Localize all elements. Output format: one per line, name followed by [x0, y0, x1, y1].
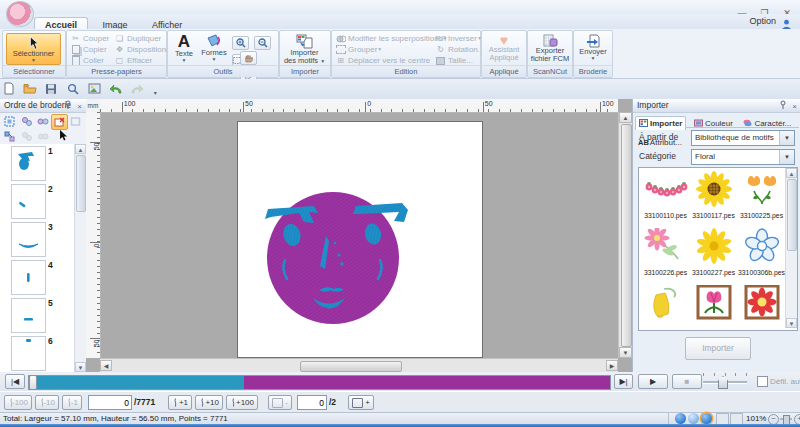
- optimize-order-icon[interactable]: [2, 129, 17, 143]
- new-file-icon[interactable]: [1, 81, 16, 96]
- motif-thumbnail[interactable]: 33100227.pes: [690, 228, 737, 276]
- nostril-dot: [337, 253, 340, 256]
- stitch-plus-10-button[interactable]: +10: [195, 395, 223, 410]
- order-item[interactable]: 5: [0, 296, 74, 334]
- undo-icon[interactable]: [108, 81, 123, 96]
- auto-scroll-checkbox[interactable]: [757, 376, 768, 387]
- stitch-minus-100-button[interactable]: -100: [4, 395, 32, 410]
- shapes-tool-button[interactable]: Formes▼: [199, 32, 229, 65]
- from-select[interactable]: Bibliothèque de motifs▼: [691, 130, 795, 146]
- motif-thumbnail[interactable]: [690, 285, 737, 326]
- flip-button[interactable]: RRInverser▼: [435, 33, 484, 44]
- order-thumbnail[interactable]: [11, 184, 46, 219]
- pan-hand-button[interactable]: [240, 51, 257, 65]
- pin-icon[interactable]: [62, 100, 73, 113]
- rotate-button[interactable]: ↻Rotation...: [435, 44, 484, 55]
- motif-thumbnail[interactable]: [642, 285, 689, 326]
- order-list-scrollbar[interactable]: ▲ ▼: [74, 144, 86, 372]
- send-button[interactable]: Envoyer▼: [576, 32, 610, 65]
- dropdown-arrow-icon[interactable]: ▼: [779, 150, 794, 164]
- order-thumbnail[interactable]: [11, 260, 46, 295]
- motif-thumbnail[interactable]: 33100117.pes: [690, 171, 737, 219]
- save-icon[interactable]: [44, 81, 59, 96]
- canvas-vscrollbar[interactable]: ▲ ▼: [618, 112, 632, 358]
- ungroup-order-icon[interactable]: [35, 114, 50, 128]
- modify-overlaps-button[interactable]: Modifier les superpositions▼: [335, 33, 448, 44]
- import-button[interactable]: Importer: [685, 337, 751, 360]
- category-select[interactable]: Floral▼: [691, 149, 795, 165]
- zoom-in-button[interactable]: [232, 36, 249, 50]
- motif-thumbnail[interactable]: 33100225.pes: [738, 171, 785, 219]
- zoom-out-button[interactable]: [254, 36, 271, 50]
- order-item[interactable]: 4: [0, 258, 74, 296]
- play-button[interactable]: ▶: [638, 374, 668, 389]
- option-menu[interactable]: Option: [749, 14, 776, 28]
- select-all-icon[interactable]: [2, 114, 17, 128]
- scroll-up-icon[interactable]: ▲: [786, 168, 797, 178]
- stitch-plus-1-button[interactable]: +1: [168, 395, 192, 410]
- stop-button[interactable]: ■: [672, 374, 702, 389]
- tab-importer[interactable]: Importer: [635, 116, 686, 130]
- size-icon: [435, 56, 446, 66]
- stitch-progress-track[interactable]: [28, 375, 611, 390]
- scroll-down-icon[interactable]: ▼: [786, 318, 797, 328]
- close-panel-icon[interactable]: ×: [74, 100, 85, 113]
- view-stitch-icon[interactable]: [688, 413, 699, 424]
- copy-button[interactable]: Copier: [70, 44, 109, 55]
- motif-thumbnail[interactable]: 33100226.pes: [642, 228, 689, 276]
- current-frame-input[interactable]: [297, 395, 327, 410]
- group-button[interactable]: Grouper▼: [335, 44, 448, 55]
- design-property-icon[interactable]: [65, 81, 80, 96]
- view-solid-icon[interactable]: [675, 413, 686, 424]
- pin-icon[interactable]: [777, 100, 788, 113]
- frame-icon[interactable]: [68, 114, 83, 128]
- open-file-icon[interactable]: [22, 81, 37, 96]
- app-logo-icon[interactable]: [6, 1, 34, 27]
- close-panel-icon[interactable]: ×: [789, 100, 800, 113]
- order-item[interactable]: 6: [0, 334, 74, 372]
- image-icon[interactable]: [87, 81, 102, 96]
- frame-back-button[interactable]: -: [268, 395, 292, 410]
- current-stitch-input[interactable]: [88, 395, 132, 410]
- pointer-icon[interactable]: [55, 128, 70, 142]
- select-button[interactable]: Sélectionner▼: [6, 33, 61, 65]
- cut-button[interactable]: ✂Couper: [70, 33, 109, 44]
- go-start-button[interactable]: |◀: [5, 374, 25, 389]
- design-page[interactable]: [237, 121, 483, 358]
- scroll-up-icon[interactable]: ▲: [75, 144, 86, 154]
- order-thumbnail[interactable]: [11, 222, 46, 257]
- color-sort-icon[interactable]: [19, 129, 34, 143]
- order-item[interactable]: 2: [0, 182, 74, 220]
- text-tool-button[interactable]: A Texte▼: [171, 32, 197, 65]
- order-item[interactable]: 1: [0, 144, 74, 182]
- import-motifs-button[interactable]: Importer des motifs ▼: [282, 32, 327, 65]
- tab-couleur[interactable]: Couleur: [691, 117, 736, 130]
- view-realistic-icon[interactable]: [701, 413, 712, 424]
- stitch-minus-10-button[interactable]: -10: [35, 395, 59, 410]
- stitch-plus-100-button[interactable]: +100: [226, 395, 258, 410]
- order-thumbnail[interactable]: [11, 146, 46, 181]
- motif-thumbnail[interactable]: 33100110.pes: [642, 171, 689, 219]
- order-number: 5: [48, 298, 53, 308]
- motif-thumbnail[interactable]: 33100306b.pes: [738, 228, 785, 276]
- applique-wizard-button[interactable]: ♥ Assistant Appliqué: [484, 32, 524, 65]
- order-thumbnail[interactable]: [11, 336, 46, 371]
- group-order-icon[interactable]: [19, 114, 34, 128]
- scroll-down-icon[interactable]: ▼: [75, 362, 86, 372]
- order-item[interactable]: 3: [0, 220, 74, 258]
- embroidery-face-design[interactable]: [238, 122, 482, 357]
- stitch-position-handle[interactable]: [29, 375, 37, 390]
- merge-icon[interactable]: [35, 129, 50, 143]
- export-fcm-button[interactable]: Exporter fichier FCM: [530, 32, 570, 65]
- frame-forward-button[interactable]: +: [348, 395, 374, 410]
- speed-slider-thumb[interactable]: [718, 376, 728, 389]
- canvas-hscrollbar[interactable]: ◀ ▶: [100, 358, 618, 372]
- order-thumbnail[interactable]: [11, 298, 46, 333]
- go-end-button[interactable]: ▶|: [614, 374, 633, 389]
- tab-caracteristiques[interactable]: Caractér...: [740, 117, 794, 130]
- dropdown-arrow-icon[interactable]: ▼: [779, 131, 794, 145]
- redo-icon[interactable]: [130, 81, 145, 96]
- stitch-minus-1-button[interactable]: -1: [62, 395, 82, 410]
- motif-thumbnail[interactable]: [738, 285, 785, 326]
- motif-list-scrollbar[interactable]: ▲ ▼: [785, 168, 797, 328]
